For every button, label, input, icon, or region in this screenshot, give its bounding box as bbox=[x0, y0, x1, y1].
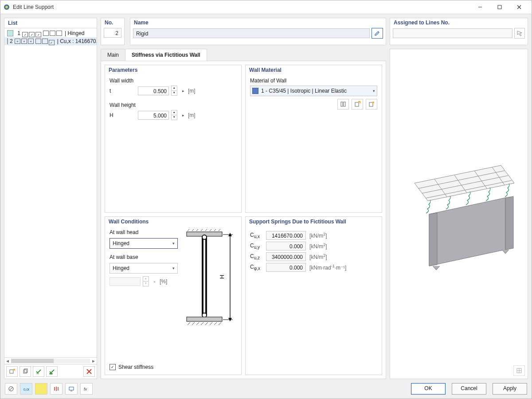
list-row-glyphs-b bbox=[43, 31, 62, 36]
wall-height-label: Wall height bbox=[110, 102, 237, 108]
footer-tool-supports[interactable] bbox=[50, 383, 63, 395]
svg-point-24 bbox=[202, 235, 207, 239]
titlebar: Edit Line Support bbox=[0, 0, 532, 14]
edit-name-button[interactable] bbox=[372, 28, 383, 39]
svg-marker-54 bbox=[505, 196, 513, 250]
preview-tool-button[interactable] bbox=[513, 365, 525, 376]
spring-row: Cu,y0.000[kN/m2] bbox=[250, 242, 377, 250]
material-of-wall-label: Material of Wall bbox=[250, 78, 377, 84]
shear-stiffness-label: Shear stiffness bbox=[118, 364, 153, 370]
wall-height-spinner[interactable]: ▴▾ bbox=[171, 110, 177, 120]
window-maximize-button[interactable] bbox=[490, 1, 509, 13]
check-button-b[interactable] bbox=[46, 366, 58, 377]
material-new-button[interactable] bbox=[352, 99, 363, 110]
wall-material-title: Wall Material bbox=[246, 65, 382, 75]
no-field[interactable]: 2 bbox=[104, 28, 121, 38]
copy-item-button[interactable] bbox=[20, 366, 31, 377]
wall-head-value: Hinged bbox=[113, 240, 129, 246]
wall-height-input[interactable]: 5.000 bbox=[138, 111, 169, 120]
assigned-pick-button[interactable] bbox=[514, 28, 525, 39]
list-row[interactable]: 1| Hinged bbox=[4, 29, 97, 37]
assigned-field[interactable] bbox=[393, 28, 512, 38]
delete-item-button[interactable] bbox=[83, 366, 95, 377]
footer-tool-decimal[interactable]: 0,00 bbox=[20, 383, 32, 395]
svg-line-15 bbox=[192, 229, 195, 231]
shear-stiffness-checkbox[interactable]: Shear stiffness bbox=[110, 364, 237, 370]
svg-marker-55 bbox=[429, 213, 437, 266]
footer-tool-fx[interactable]: fx bbox=[80, 383, 93, 395]
svg-line-29 bbox=[196, 322, 199, 325]
scroll-right-icon[interactable]: ▸ bbox=[90, 358, 97, 364]
material-select-value: 1 - C35/45 | Isotropic | Linear Elastic bbox=[261, 88, 370, 94]
wall-width-goto[interactable]: ▸ bbox=[181, 86, 185, 95]
assigned-label: Assigned to Lines No. bbox=[390, 18, 528, 27]
footer-tool-view[interactable] bbox=[65, 383, 78, 395]
material-select[interactable]: 1 - C35/45 | Isotropic | Linear Elastic … bbox=[250, 86, 377, 96]
list-row[interactable]: 2| Cu,x : 1416670.000 k bbox=[4, 37, 97, 45]
material-edit-button[interactable] bbox=[366, 99, 377, 110]
svg-rect-65 bbox=[69, 387, 74, 390]
list-panel: List 1| Hinged2| Cu,x : 1416670.000 k ◂ … bbox=[4, 18, 97, 379]
list-horizontal-scrollbar[interactable]: ◂ ▸ bbox=[4, 357, 97, 364]
svg-rect-43 bbox=[369, 102, 373, 106]
svg-line-34 bbox=[219, 322, 221, 325]
wall-base-select[interactable]: Hinged ▾ bbox=[110, 263, 178, 274]
list-body[interactable]: 1| Hinged2| Cu,x : 1416670.000 k bbox=[4, 28, 97, 357]
scroll-track[interactable] bbox=[11, 359, 90, 363]
list-row-desc: | Hinged bbox=[65, 30, 84, 36]
no-box: No. 2 bbox=[101, 18, 125, 45]
svg-line-18 bbox=[205, 229, 208, 231]
list-row-desc: | Cu,x : 1416670.000 k bbox=[57, 38, 97, 44]
svg-line-16 bbox=[196, 229, 199, 231]
list-header: List bbox=[4, 18, 97, 28]
svg-line-60 bbox=[9, 387, 13, 391]
svg-rect-8 bbox=[24, 369, 27, 372]
scroll-left-icon[interactable]: ◂ bbox=[4, 358, 11, 364]
svg-line-27 bbox=[188, 322, 190, 325]
wall-base-pct-input bbox=[110, 277, 141, 286]
list-toolbar bbox=[4, 364, 97, 379]
wall-width-label: Wall width bbox=[110, 78, 237, 84]
tab-stiffness[interactable]: Stiffness via Fictitious Wall bbox=[125, 49, 207, 61]
tab-main[interactable]: Main bbox=[101, 49, 125, 61]
svg-rect-26 bbox=[187, 317, 222, 321]
spring-unit: [kN/m2] bbox=[309, 243, 327, 250]
svg-line-30 bbox=[201, 322, 203, 325]
preview-viewport[interactable] bbox=[390, 49, 528, 379]
cancel-button[interactable]: Cancel bbox=[452, 383, 486, 395]
check-button-a[interactable] bbox=[33, 366, 44, 377]
chevron-down-icon: ▾ bbox=[373, 89, 375, 93]
svg-marker-53 bbox=[429, 198, 505, 266]
material-library-button[interactable] bbox=[337, 99, 349, 110]
list-row-index: 1 bbox=[15, 30, 20, 36]
window-minimize-button[interactable] bbox=[470, 1, 490, 13]
spring-symbol: Cu,x bbox=[250, 232, 262, 239]
svg-rect-42 bbox=[355, 102, 359, 106]
spring-symbol: Cu,z bbox=[250, 253, 262, 260]
apply-button[interactable]: Apply bbox=[493, 383, 527, 395]
window-close-button[interactable] bbox=[509, 1, 529, 13]
list-row-index: 2 bbox=[10, 38, 13, 44]
svg-rect-10 bbox=[50, 373, 52, 374]
name-field[interactable]: Rigid bbox=[133, 28, 370, 38]
wall-width-input[interactable]: 0.500 bbox=[138, 86, 169, 95]
svg-line-32 bbox=[210, 322, 212, 325]
footer-tool-colors[interactable] bbox=[35, 383, 47, 395]
name-box: Name Rigid bbox=[130, 18, 386, 45]
new-item-button[interactable] bbox=[6, 366, 18, 377]
app-icon bbox=[3, 4, 10, 11]
spring-value: 0.000 bbox=[266, 242, 306, 250]
wall-head-select[interactable]: Hinged ▾ bbox=[110, 238, 178, 249]
wall-width-unit: [m] bbox=[188, 88, 196, 94]
ok-button[interactable]: OK bbox=[411, 383, 446, 395]
wall-base-pct-unit: [%] bbox=[160, 278, 167, 285]
wall-conditions-title: Wall Conditions bbox=[105, 217, 241, 227]
scroll-thumb[interactable] bbox=[11, 359, 54, 363]
spring-unit: [kNm·rad-1·m⁻¹] bbox=[309, 264, 346, 271]
spring-symbol: Cφ,x bbox=[250, 264, 262, 271]
name-label: Name bbox=[130, 18, 386, 27]
wall-width-spinner[interactable]: ▴▾ bbox=[171, 86, 177, 96]
wall-height-goto[interactable]: ▸ bbox=[181, 111, 185, 120]
dialog-footer: 0,00 fx OK Cancel Apply bbox=[0, 379, 532, 399]
footer-tool-units[interactable] bbox=[5, 383, 17, 395]
